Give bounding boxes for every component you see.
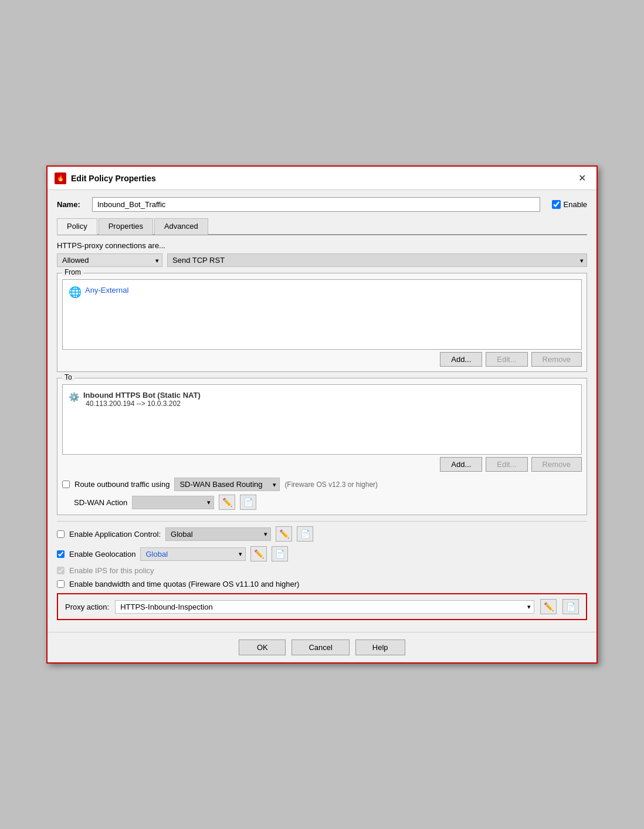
app-control-select[interactable]: Global	[165, 527, 271, 541]
edit-policy-dialog: 🔥 Edit Policy Properties ✕ Name: Enable …	[46, 165, 598, 664]
help-button[interactable]: Help	[355, 639, 405, 655]
cancel-button[interactable]: Cancel	[292, 639, 349, 655]
from-section: From 🌐 Any-External Add... Edit... Remov…	[57, 273, 587, 372]
https-allowed-select[interactable]: Allowed Denied	[57, 253, 162, 267]
list-item: ⚙️ Inbound HTTPS Bot (Static NAT) 40.113…	[66, 388, 578, 410]
allowed-select-wrapper: Allowed Denied	[57, 253, 162, 267]
dialog-content: Name: Enable Policy Properties Advanced …	[48, 190, 596, 632]
from-edit-button[interactable]: Edit...	[486, 352, 527, 367]
sdwan-action-label: SD-WAN Action	[74, 498, 127, 507]
name-row: Name: Enable	[57, 197, 587, 212]
from-add-button[interactable]: Add...	[440, 352, 482, 367]
tab-policy[interactable]: Policy	[57, 218, 97, 235]
route-section: Route outbound traffic using SD-WAN Base…	[62, 478, 582, 510]
proxy-action-new-button[interactable]: 📄	[562, 599, 579, 614]
to-btn-row: Add... Edit... Remove	[62, 457, 582, 472]
sdwan-action-select[interactable]	[132, 496, 214, 509]
app-control-checkbox[interactable]	[57, 530, 65, 538]
route-row: Route outbound traffic using SD-WAN Base…	[62, 478, 582, 491]
name-label: Name:	[57, 200, 86, 209]
tab-bar: Policy Properties Advanced	[57, 218, 587, 235]
ips-checkbox[interactable]	[57, 567, 65, 574]
https-label: HTTPS-proxy connections are...	[57, 241, 587, 250]
geolocation-label: Enable Geolocation	[69, 550, 135, 559]
to-item-bold: Inbound HTTPS Bot (Static NAT)	[83, 391, 201, 400]
app-control-new-button[interactable]: 📄	[297, 526, 313, 542]
name-input[interactable]	[92, 197, 540, 212]
route-dropdown-wrapper: SD-WAN Based Routing	[174, 478, 280, 491]
any-external-icon: 🌐	[69, 286, 82, 299]
enable-label: Enable	[552, 200, 587, 209]
geolocation-select[interactable]: Global	[140, 547, 246, 561]
proxy-action-edit-button[interactable]: ✏️	[540, 599, 557, 614]
enable-checkbox[interactable]	[552, 200, 561, 209]
geolocation-new-button[interactable]: 📄	[272, 546, 288, 561]
bandwidth-row: Enable bandwidth and time quotas (Firewa…	[57, 580, 587, 588]
to-list[interactable]: ⚙️ Inbound HTTPS Bot (Static NAT) 40.113…	[62, 384, 582, 455]
to-remove-button[interactable]: Remove	[531, 457, 582, 472]
sdwan-action-wrapper	[132, 496, 214, 509]
geolocation-checkbox[interactable]	[57, 550, 65, 558]
title-bar-left: 🔥 Edit Policy Properties	[55, 172, 156, 184]
https-action-select[interactable]: Send TCP RST	[167, 253, 587, 267]
to-section: To ⚙️ Inbound HTTPS Bot (Static NAT) 40.…	[57, 378, 587, 515]
app-icon: 🔥	[55, 172, 66, 184]
ips-label: Enable IPS for this policy	[69, 566, 154, 575]
https-dropdowns: Allowed Denied Send TCP RST	[57, 253, 587, 267]
app-control-label: Enable Application Control:	[69, 530, 161, 539]
from-list[interactable]: 🌐 Any-External	[62, 279, 582, 350]
proxy-action-label: Proxy action:	[65, 603, 109, 611]
proxy-action-select[interactable]: HTTPS-Inbound-Inspection	[115, 600, 534, 614]
to-item-secondary: 40.113.200.194 --> 10.0.3.202	[86, 400, 201, 408]
bandwidth-label: Enable bandwidth and time quotas (Firewa…	[69, 580, 299, 588]
geolocation-edit-button[interactable]: ✏️	[250, 546, 267, 561]
to-label: To	[62, 373, 74, 381]
route-note: (Fireware OS v12.3 or higher)	[284, 481, 378, 489]
bandwidth-checkbox[interactable]	[57, 580, 65, 588]
sdwan-new-button[interactable]: 📄	[240, 495, 256, 510]
policy-tab-content: HTTPS-proxy connections are... Allowed D…	[57, 241, 587, 625]
proxy-action-section: Proxy action: HTTPS-Inbound-Inspection ✏…	[57, 593, 587, 620]
app-control-edit-button[interactable]: ✏️	[276, 526, 292, 542]
geolocation-wrapper: Global	[140, 547, 246, 561]
title-bar: 🔥 Edit Policy Properties ✕	[48, 167, 596, 190]
any-external-text: Any-External	[85, 286, 128, 295]
list-item: 🌐 Any-External	[66, 283, 578, 301]
from-label: From	[62, 268, 83, 276]
bottom-controls: Enable Application Control: Global ✏️ 📄 …	[57, 521, 587, 625]
geolocation-row: Enable Geolocation Global ✏️ 📄	[57, 546, 587, 561]
https-proxy-section: HTTPS-proxy connections are... Allowed D…	[57, 241, 587, 267]
from-btn-row: Add... Edit... Remove	[62, 352, 582, 367]
app-control-wrapper: Global	[165, 527, 271, 541]
send-tcp-rst-wrapper: Send TCP RST	[167, 253, 587, 267]
to-add-button[interactable]: Add...	[440, 457, 482, 472]
ok-button[interactable]: OK	[239, 639, 286, 655]
route-label: Route outbound traffic using	[74, 480, 170, 489]
proxy-action-wrapper: HTTPS-Inbound-Inspection	[115, 600, 534, 614]
sdwan-edit-button[interactable]: ✏️	[219, 495, 235, 510]
to-item-icon: ⚙️	[69, 392, 80, 402]
close-button[interactable]: ✕	[575, 171, 589, 185]
ips-row: Enable IPS for this policy	[57, 566, 587, 575]
sdwan-action-row: SD-WAN Action ✏️ 📄	[74, 495, 582, 510]
app-control-row: Enable Application Control: Global ✏️ 📄	[57, 526, 587, 542]
route-checkbox[interactable]	[62, 481, 70, 488]
route-dropdown[interactable]: SD-WAN Based Routing	[174, 478, 280, 491]
tab-properties[interactable]: Properties	[99, 218, 153, 235]
to-item-text: Inbound HTTPS Bot (Static NAT) 40.113.20…	[83, 391, 201, 408]
tab-advanced[interactable]: Advanced	[154, 218, 208, 235]
footer-row: OK Cancel Help	[48, 632, 596, 662]
dialog-title: Edit Policy Properties	[71, 174, 156, 183]
from-remove-button[interactable]: Remove	[531, 352, 582, 367]
to-edit-button[interactable]: Edit...	[486, 457, 527, 472]
